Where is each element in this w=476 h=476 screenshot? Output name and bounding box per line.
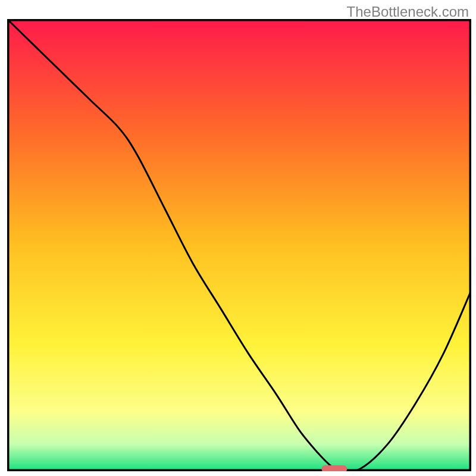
watermark-text: TheBottleneck.com	[347, 4, 469, 20]
chart-svg	[7, 19, 471, 471]
valley-marker	[321, 465, 347, 471]
chart-area	[7, 19, 471, 471]
